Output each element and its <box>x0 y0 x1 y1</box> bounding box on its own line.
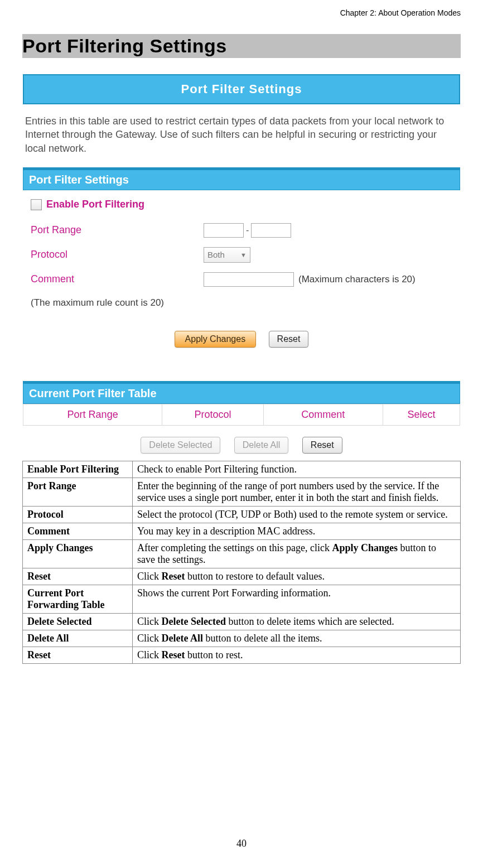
table-row: ResetClick Reset button to restore to de… <box>23 568 461 585</box>
definition-term: Port Range <box>23 478 133 506</box>
apply-changes-button[interactable]: Apply Changes <box>175 331 257 348</box>
definition-term: Current Port Forwarding Table <box>23 585 133 613</box>
table-row: Enable Port FilteringCheck to enable Por… <box>23 461 461 478</box>
comment-hint: (Maximum characters is 20) <box>298 274 416 285</box>
table-row: Delete AllClick Delete All button to del… <box>23 630 461 647</box>
definitions-table: Enable Port FilteringCheck to enable Por… <box>22 461 461 664</box>
definition-desc: Click Delete Selected button to delete i… <box>133 613 461 630</box>
panel-header-settings: Port Filter Settings <box>23 170 460 190</box>
delete-all-button[interactable]: Delete All <box>234 437 289 454</box>
title-bar: Port Filter Settings <box>23 74 460 104</box>
definition-desc: Enter the beginning of the range of port… <box>133 478 461 506</box>
definition-term: Enable Port Filtering <box>23 461 133 478</box>
section-title: Port Filtering Settings <box>22 34 461 58</box>
table-row: ProtocolSelect the protocol (TCP, UDP or… <box>23 506 461 523</box>
definition-desc: Check to enable Port Filtering function. <box>133 461 461 478</box>
delete-selected-button[interactable]: Delete Selected <box>141 437 220 454</box>
definition-desc: Select the protocol (TCP, UDP or Both) u… <box>133 506 461 523</box>
col-comment: Comment <box>263 404 383 425</box>
table-row: Port RangeEnter the beginning of the ran… <box>23 478 461 506</box>
chevron-down-icon: ▼ <box>240 252 247 258</box>
port-range-start-input[interactable] <box>204 223 244 238</box>
form-area: Enable Port Filtering Port Range - Proto… <box>23 190 460 317</box>
intro-text: Entries in this table are used to restri… <box>23 104 460 167</box>
reset-button-top[interactable]: Reset <box>269 331 309 348</box>
table-row: CommentYou may key in a description MAC … <box>23 523 461 539</box>
rule-count-note: (The maximum rule count is 20) <box>31 295 452 314</box>
enable-port-filtering-checkbox[interactable] <box>31 199 42 210</box>
col-select: Select <box>383 404 460 425</box>
definition-desc: You may key in a description MAC address… <box>133 523 461 539</box>
panel-header-table: Current Port Filter Table <box>23 383 460 404</box>
col-protocol: Protocol <box>162 404 264 425</box>
chapter-header: Chapter 2: About Operation Modes <box>22 8 461 17</box>
table-row: Current Port Forwarding TableShows the c… <box>23 585 461 613</box>
enable-port-filtering-label: Enable Port Filtering <box>46 199 144 210</box>
protocol-label: Protocol <box>31 249 204 261</box>
table-row: ResetClick Reset button to rest. <box>23 647 461 663</box>
comment-input[interactable] <box>204 272 294 287</box>
dash-icon: - <box>244 225 251 235</box>
port-filter-embed: Port Filter Settings Entries in this tab… <box>22 74 461 460</box>
port-range-end-input[interactable] <box>251 223 291 238</box>
definition-term: Reset <box>23 647 133 663</box>
col-port-range: Port Range <box>23 404 162 425</box>
definition-desc: Click Reset button to rest. <box>133 647 461 663</box>
definition-term: Apply Changes <box>23 539 133 568</box>
table-row: Apply ChangesAfter completing the settin… <box>23 539 461 568</box>
comment-label: Comment <box>31 273 204 285</box>
definition-term: Comment <box>23 523 133 539</box>
port-range-label: Port Range <box>31 224 204 236</box>
definition-term: Protocol <box>23 506 133 523</box>
protocol-select-value: Both <box>207 250 225 259</box>
page-number: 40 <box>0 838 483 850</box>
definition-desc: After completing the settings on this pa… <box>133 539 461 568</box>
definition-term: Delete Selected <box>23 613 133 630</box>
definition-term: Reset <box>23 568 133 585</box>
current-port-filter-table: Port Range Protocol Comment Select <box>23 404 460 426</box>
definition-desc: Shows the current Port Forwarding inform… <box>133 585 461 613</box>
definition-desc: Click Reset button to restore to default… <box>133 568 461 585</box>
definition-desc: Click Delete All button to delete all th… <box>133 630 461 647</box>
definition-term: Delete All <box>23 630 133 647</box>
protocol-select[interactable]: Both ▼ <box>204 247 250 263</box>
table-row: Delete SelectedClick Delete Selected but… <box>23 613 461 630</box>
reset-button-bottom[interactable]: Reset <box>302 437 342 454</box>
